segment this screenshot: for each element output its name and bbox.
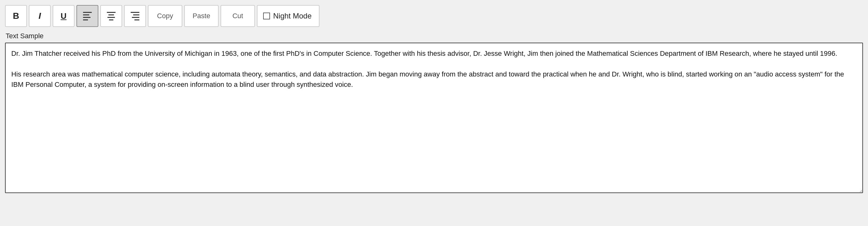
align-right-button[interactable] xyxy=(124,5,146,27)
night-mode-toggle[interactable]: Night Mode xyxy=(257,5,319,27)
paste-button[interactable]: Paste xyxy=(184,5,219,27)
toolbar: B I U xyxy=(4,2,864,29)
align-right-icon xyxy=(131,12,140,20)
align-left-icon xyxy=(83,12,92,20)
night-mode-checkbox xyxy=(263,12,270,20)
night-mode-label: Night Mode xyxy=(273,11,312,20)
copy-button[interactable]: Copy xyxy=(148,5,182,27)
align-left-button[interactable] xyxy=(76,5,98,27)
editor-section: Text Sample xyxy=(4,32,864,194)
app-container: B I U xyxy=(0,0,868,226)
align-center-icon xyxy=(107,12,116,20)
underline-button[interactable]: U xyxy=(53,5,74,27)
italic-button[interactable]: I xyxy=(29,5,51,27)
editor-label: Text Sample xyxy=(5,32,863,40)
bold-button[interactable]: B xyxy=(5,5,27,27)
cut-button[interactable]: Cut xyxy=(220,5,255,27)
align-center-button[interactable] xyxy=(100,5,122,27)
text-editor[interactable] xyxy=(5,43,863,193)
